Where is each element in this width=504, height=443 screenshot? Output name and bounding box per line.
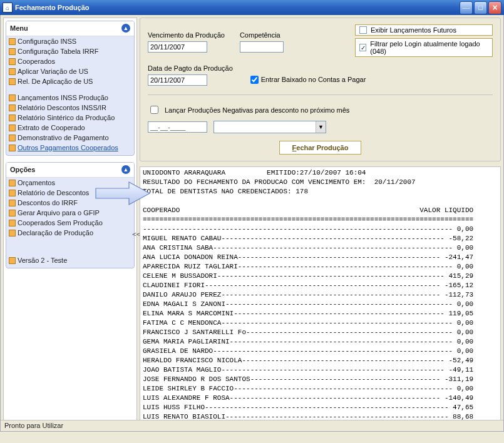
sidebar-item[interactable]: Cooperados <box>6 56 134 66</box>
opcoes-group: Opções ▲ OrçamentosRelatório de Desconto… <box>6 162 135 268</box>
main-area: << Vencimento da Produção Competência Ex… <box>140 18 501 429</box>
sidebar-item[interactable]: Descontos do IRRF <box>6 198 134 208</box>
maximize-button[interactable] <box>474 1 487 14</box>
sidebar-item[interactable]: Versão 2 - Teste <box>6 255 134 265</box>
sidebar-item[interactable]: Declaração de Produção <box>6 228 134 238</box>
sidebar-item[interactable]: Relatório Sintérico da Produção <box>6 113 134 123</box>
pagto-input[interactable] <box>148 74 207 86</box>
sidebar-item[interactable]: Relatório de Descontos <box>6 188 134 198</box>
sidebar-item[interactable]: Gerar Arquivo para o GFIP <box>6 208 134 218</box>
venc-label: Vencimento da Produção <box>148 31 225 39</box>
combo-negativas[interactable]: ▼ <box>213 121 326 133</box>
sidebar-item[interactable]: Rel. De Aplicação de US <box>6 76 134 86</box>
chk-filtrar-login[interactable]: Filtrar pelo Login atualmente logado (04… <box>355 38 493 57</box>
menu-title: Menu <box>10 24 28 32</box>
chevron-up-icon: ▲ <box>121 165 130 174</box>
sidebar-item[interactable]: Aplicar Variação de US <box>6 66 134 76</box>
sidebar-item[interactable]: Extrato de Cooperado <box>6 123 134 133</box>
chevron-up-icon: ▲ <box>121 24 130 33</box>
chk-negativas-label: Lançar Produções Negativas para desconto… <box>165 106 349 114</box>
report-output[interactable]: UNIODONTO ARARAQUARA EMITIDO:27/10/2007 … <box>140 166 501 429</box>
chk-negativas[interactable] <box>150 106 158 114</box>
comp-input[interactable] <box>240 41 284 53</box>
pagto-label: Data de Pagto da Produção <box>148 64 233 72</box>
venc-input[interactable] <box>148 41 207 53</box>
date-mask-input[interactable]: __-__-____ <box>148 121 207 133</box>
chevron-down-icon: ▼ <box>316 121 326 133</box>
checkbox-icon <box>359 26 367 34</box>
sidebar-item[interactable]: Configuração Tabela IRRF <box>6 46 134 56</box>
chk-exibir-futuros[interactable]: Exibir Lançamentos Futuros <box>355 24 493 36</box>
sidebar-item[interactable]: Cooperados Sem Produção <box>6 218 134 228</box>
menu-group: Menu ▲ Configuração INSSConfiguração Tab… <box>6 21 135 156</box>
titlebar: ⌂ Fechamento Produção <box>0 0 504 15</box>
sidebar-item[interactable]: Configuração INSS <box>6 36 134 46</box>
status-bar: Pronto para Utilizar <box>1 420 503 431</box>
opcoes-header[interactable]: Opções ▲ <box>6 163 134 178</box>
sidebar: Menu ▲ Configuração INSSConfiguração Tab… <box>3 18 137 429</box>
checkbox-icon <box>359 44 366 51</box>
sidebar-item[interactable]: Demonstrativo de Pagamento <box>6 133 134 143</box>
opcoes-title: Opções <box>10 166 35 173</box>
chk-entrar-baixado-label: Entrar Baixado no Contas a Pagar <box>261 76 366 83</box>
sidebar-item[interactable]: Outros Pagamentos Cooperados <box>6 143 134 153</box>
form-panel: Vencimento da Produção Competência Exibi… <box>140 18 501 161</box>
status-text: Pronto para Utilizar <box>4 422 63 429</box>
sidebar-item[interactable]: Lançamentos INSS Produção <box>6 93 134 103</box>
app-icon: ⌂ <box>3 3 13 13</box>
minimize-button[interactable] <box>460 1 473 14</box>
menu-header[interactable]: Menu ▲ <box>6 21 134 36</box>
window-title: Fechamento Produção <box>15 4 90 11</box>
sidebar-item[interactable]: Orçamentos <box>6 178 134 188</box>
fechar-producao-button[interactable]: Fechar Produção <box>279 141 362 155</box>
sidebar-item[interactable]: Relatório Descontos INSS/IR <box>6 103 134 113</box>
comp-label: Competência <box>240 31 284 39</box>
close-button[interactable] <box>488 1 501 14</box>
chk-entrar-baixado[interactable] <box>250 76 259 84</box>
